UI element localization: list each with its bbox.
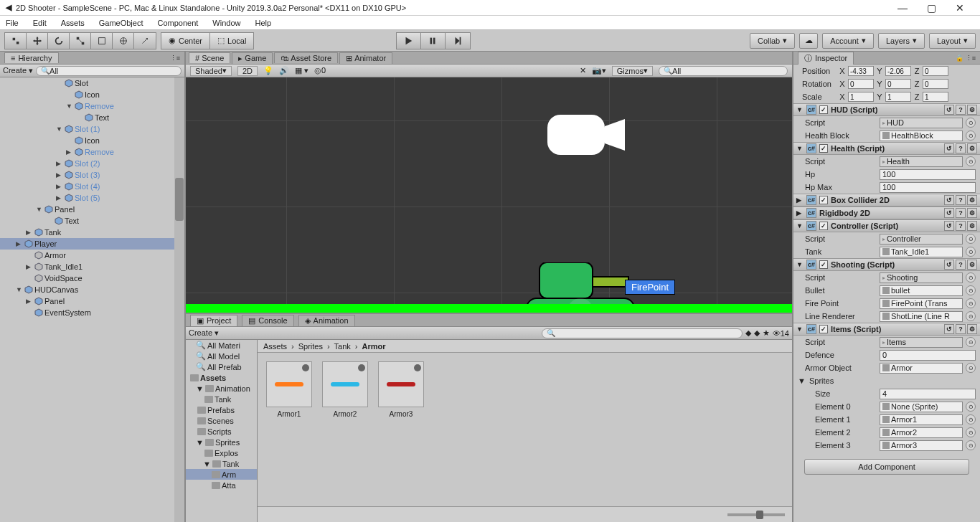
account-dropdown[interactable]: Account ▾ [822,33,874,49]
object-picker[interactable]: ⊙ [966,118,976,128]
hierarchy-item[interactable]: Icon [0,135,184,146]
object-picker[interactable]: ⊙ [966,414,976,424]
project-folder[interactable]: Arm [186,469,257,480]
hidden-icon[interactable]: 👁14 [773,329,789,338]
gizmo-tools-icon[interactable]: ✕ [580,66,586,75]
tab-game[interactable]: ▸ Game [232,52,273,64]
menu-gameobject[interactable]: GameObject [98,19,145,27]
property-value[interactable]: Armor [880,363,963,374]
rot-y[interactable] [885,79,911,89]
hierarchy-item[interactable]: Text [0,215,184,227]
object-picker[interactable]: ⊙ [966,130,976,141]
property-value[interactable]: None (Sprite) [880,402,963,412]
hierarchy-item[interactable]: ▶Remove [0,146,184,158]
object-picker[interactable]: ⊙ [966,337,976,347]
object-picker[interactable]: ⊙ [966,363,976,373]
scale-y[interactable] [885,92,911,102]
hierarchy-item[interactable]: ▶Slot (3) [0,169,184,181]
component-header[interactable]: ▼c#✓Health (Script)↺?⚙ [793,142,980,155]
maximize-button[interactable]: ▢ [917,0,946,16]
hierarchy-item[interactable]: ▼Panel [0,204,184,215]
hierarchy-item[interactable]: ▶Player [0,238,184,250]
tab-animator[interactable]: ⊞ Animator [339,52,392,64]
hierarchy-item[interactable]: ▶Panel [0,295,184,307]
component-header[interactable]: ▶c#Rigidbody 2D↺?⚙ [793,207,980,219]
fx-toggle-icon[interactable]: ▦ ▾ [295,66,308,75]
project-create[interactable]: Create ▾ [189,328,219,338]
scene-viewport[interactable]: FirePoint [186,77,792,313]
tab-asset-store[interactable]: 🛍 Asset Store [274,52,338,63]
asset-grid[interactable]: Armor1Armor2Armor3 [258,353,792,506]
cloud-button[interactable]: ☁ [799,33,818,49]
hierarchy-scrollbar[interactable] [174,77,184,522]
create-dropdown[interactable]: Create ▾ [3,66,33,75]
project-folder[interactable]: 🔍All Model [186,351,257,361]
property-value[interactable]: ▸HUD [880,118,963,128]
hierarchy-item[interactable]: ▼Remove [0,100,184,112]
bc-armor[interactable]: Armor [362,342,386,351]
hierarchy-item[interactable]: ▼HUDCanvas [0,284,184,295]
pivot-center[interactable]: ◉ Center [161,33,210,49]
pos-x[interactable] [848,66,874,76]
filter-icon[interactable]: ◆ [745,328,751,338]
layers-icon[interactable]: ◎0 [314,66,326,75]
asset-item[interactable]: Armor2 [322,361,368,498]
hierarchy-item[interactable]: ▶Tank [0,227,184,238]
tab-scene[interactable]: # Scene [189,52,230,63]
hierarchy-tree[interactable]: SlotIcon▼RemoveText▼Slot (1)Icon▶Remove▶… [0,77,184,522]
camera-icon[interactable]: 📷▾ [592,66,606,75]
project-folders[interactable]: 🔍All Materi🔍All Model🔍All PrefabAssets▼A… [186,340,258,522]
hand-tool[interactable] [5,33,27,49]
object-picker[interactable]: ⊙ [966,156,976,166]
property-value[interactable]: HealthBlock [880,130,963,141]
play-button[interactable] [397,33,421,49]
project-folder[interactable]: Tank [186,394,257,404]
rot-x[interactable] [848,79,874,89]
filter-icon-2[interactable]: ◆ [754,328,760,338]
property-value[interactable]: 100 [880,169,976,180]
collab-dropdown[interactable]: Collab ▾ [750,33,795,49]
project-folder[interactable]: ▼Animation [186,383,257,394]
hierarchy-item[interactable]: Icon [0,89,184,100]
scale-z[interactable] [923,92,948,102]
menu-component[interactable]: Component [156,19,199,27]
thumbnail-size-slider[interactable] [727,513,785,516]
hierarchy-item[interactable]: VoidSpace [0,272,184,284]
project-folder[interactable]: Explos [186,447,257,458]
rot-z[interactable] [923,79,948,89]
move-tool[interactable] [27,33,48,49]
minimize-button[interactable]: — [888,0,917,16]
property-value[interactable]: Armor3 [880,440,963,451]
object-picker[interactable]: ⊙ [966,234,976,244]
hierarchy-item[interactable]: Text [0,112,184,123]
object-picker[interactable]: ⊙ [966,272,976,283]
menu-help[interactable]: Help [253,19,273,27]
hierarchy-item[interactable]: Slot [0,77,184,89]
firepoint-label[interactable]: FirePoint [625,280,675,295]
gizmos-dropdown[interactable]: Gizmos ▾ [612,66,653,76]
scene-search[interactable]: 🔍All [659,66,788,76]
layers-dropdown[interactable]: Layers ▾ [878,33,925,49]
layout-dropdown[interactable]: Layout ▾ [929,33,976,49]
property-value[interactable]: Armor2 [880,427,963,438]
property-value[interactable]: bullet [880,285,963,296]
bc-tank[interactable]: Tank [334,342,351,351]
project-folder[interactable]: 🔍All Materi [186,340,257,351]
property-value[interactable]: ▸Controller [880,234,963,245]
pivot-local[interactable]: ⬚ Local [210,33,253,49]
property-value[interactable]: ShotLine (Line R [880,311,963,322]
hierarchy-tab[interactable]: ≡ Hierarchy [4,52,59,63]
bc-sprites[interactable]: Sprites [298,342,323,351]
menu-assets[interactable]: Assets [60,19,86,27]
object-picker[interactable]: ⊙ [966,427,976,437]
object-picker[interactable]: ⊙ [966,440,976,450]
object-picker[interactable]: ⊙ [966,285,976,295]
project-folder[interactable]: 🔍All Prefab [186,361,257,372]
project-folder[interactable]: Assets [186,372,257,383]
property-value[interactable]: ▸Items [880,337,963,348]
component-header[interactable]: ▼c#✓HUD (Script)↺?⚙ [793,103,980,116]
project-folder[interactable]: Scenes [186,415,257,426]
pos-y[interactable] [885,66,911,76]
asset-item[interactable]: Armor3 [378,361,424,498]
shading-mode[interactable]: Shaded ▾ [190,66,232,76]
